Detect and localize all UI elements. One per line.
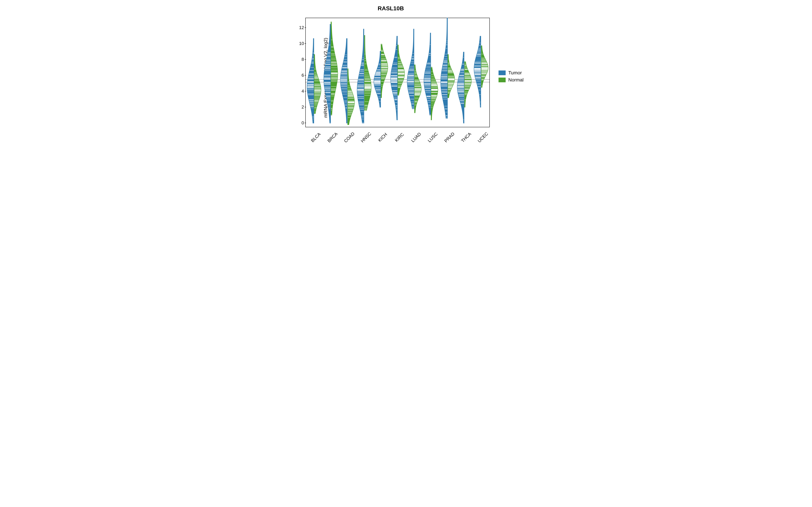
violin-half-tumor bbox=[424, 18, 430, 127]
violin-half-tumor bbox=[307, 18, 314, 127]
violin-half-normal bbox=[415, 18, 421, 127]
legend-swatch bbox=[499, 77, 506, 82]
legend-label: Tumor bbox=[508, 70, 522, 75]
y-tick-label: 12 bbox=[297, 25, 304, 30]
violin-half-tumor bbox=[374, 18, 380, 127]
violin-chart: RASL10B mRNA Expression (RNASeq V2, log2… bbox=[281, 0, 531, 156]
legend-label: Normal bbox=[508, 77, 523, 82]
y-tick-label: 10 bbox=[297, 41, 304, 46]
y-tick-label: 8 bbox=[297, 57, 304, 62]
violin-half-tumor bbox=[407, 18, 414, 127]
violin-half-normal bbox=[348, 18, 354, 127]
chart-title: RASL10B bbox=[281, 5, 501, 12]
violin-half-normal bbox=[364, 18, 371, 127]
x-tick-label: KICH bbox=[377, 132, 388, 143]
violin-half-tumor bbox=[457, 18, 464, 127]
violin-half-normal bbox=[314, 18, 321, 127]
x-tick-label: LUSC bbox=[427, 131, 439, 143]
y-tick-label: 0 bbox=[297, 120, 304, 125]
legend-item-normal: Normal bbox=[499, 77, 523, 82]
x-tick-label: BRCA bbox=[326, 131, 339, 144]
legend-swatch bbox=[499, 70, 506, 75]
y-tick-label: 6 bbox=[297, 73, 304, 78]
x-tick-label: KIRC bbox=[394, 132, 405, 143]
x-tick-label: PRAD bbox=[443, 131, 456, 144]
plot-area: 024681012BLCABRCACOADHNSCKICHKIRCLUADLUS… bbox=[305, 18, 490, 127]
violin-half-normal bbox=[331, 18, 338, 127]
violin-half-tumor bbox=[474, 18, 480, 127]
x-tick-label: LUAD bbox=[410, 131, 422, 143]
x-tick-label: HNSC bbox=[360, 131, 372, 144]
violin-half-tumor bbox=[357, 18, 364, 127]
legend-item-tumor: Tumor bbox=[499, 70, 523, 75]
y-tick-label: 2 bbox=[297, 104, 304, 110]
violin-half-tumor bbox=[391, 18, 397, 127]
x-tick-label: THCA bbox=[460, 131, 472, 144]
legend: Tumor Normal bbox=[499, 68, 523, 84]
x-tick-label: UCEC bbox=[477, 131, 489, 144]
violin-half-tumor bbox=[441, 18, 447, 127]
y-tick-label: 4 bbox=[297, 89, 304, 94]
violin-half-normal bbox=[481, 18, 488, 127]
violin-half-normal bbox=[431, 18, 438, 127]
violin-half-normal bbox=[465, 18, 471, 127]
violin-half-tumor bbox=[324, 18, 331, 127]
violin-half-normal bbox=[381, 18, 388, 127]
violin-half-normal bbox=[398, 18, 404, 127]
x-tick-label: BLCA bbox=[310, 131, 322, 143]
x-tick-label: COAD bbox=[343, 131, 356, 144]
violin-half-tumor bbox=[340, 18, 347, 127]
violin-half-normal bbox=[448, 18, 455, 127]
